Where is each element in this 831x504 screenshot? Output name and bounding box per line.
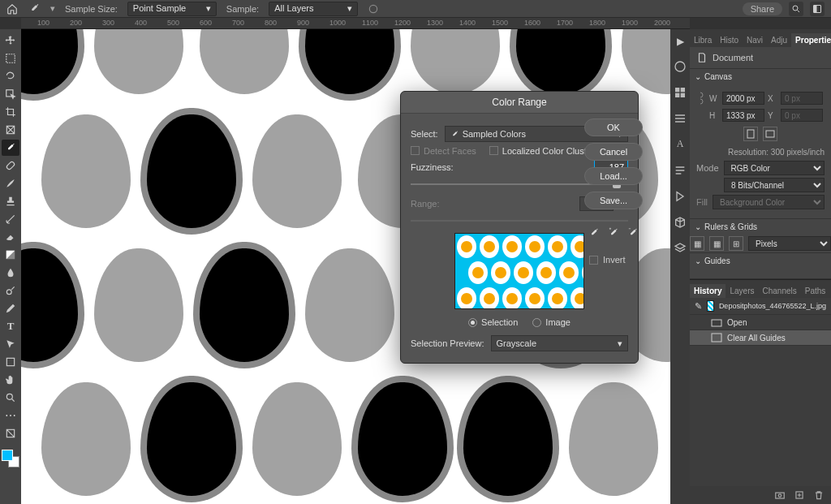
search-icon[interactable] (789, 2, 803, 16)
more-tools[interactable]: ⋯ (2, 407, 19, 424)
shape-tool[interactable] (2, 354, 19, 370)
dodge-tool[interactable] (2, 282, 19, 299)
svg-rect-7 (6, 161, 15, 170)
edit-toolbar[interactable] (2, 425, 19, 442)
healing-tool[interactable] (2, 157, 19, 174)
eyedropper-add-icon[interactable] (608, 227, 619, 239)
marquee-tool[interactable] (2, 50, 19, 67)
frame-tool[interactable] (2, 122, 19, 138)
lasso-tool[interactable] (2, 68, 19, 84)
orientation-portrait-icon[interactable] (743, 127, 758, 141)
link-icon[interactable] (696, 90, 706, 106)
tab-channels[interactable]: Channels (758, 284, 800, 298)
actions-panel-icon[interactable] (674, 190, 687, 203)
svg-point-11 (6, 394, 12, 399)
color-panel-icon[interactable] (674, 60, 687, 73)
tab-paths[interactable]: Paths (801, 284, 830, 298)
color-swatches[interactable] (2, 450, 19, 467)
eyedropper-tool[interactable] (2, 140, 19, 156)
depth-select[interactable]: 8 Bits/Channel (724, 178, 825, 192)
svg-point-1 (793, 6, 798, 11)
svg-point-13 (675, 62, 685, 71)
gradients-panel-icon[interactable] (674, 112, 687, 125)
pen-tool[interactable] (2, 300, 19, 317)
tab-histogram[interactable]: Histo (716, 33, 743, 47)
sample-size-dropdown[interactable]: Point Sample▾ (127, 2, 217, 16)
tab-properties[interactable]: Properties (791, 33, 831, 47)
path-select-tool[interactable] (2, 336, 19, 352)
history-snapshot[interactable]: ✎ Depositphotos_446765522_L.jpg (690, 298, 831, 315)
document-label: Document (713, 53, 753, 62)
tab-layers[interactable]: Layers (726, 284, 758, 298)
stamp-tool[interactable] (2, 193, 19, 209)
radio-image[interactable]: Image (532, 317, 571, 327)
brush-tool[interactable] (2, 175, 19, 192)
save-button[interactable]: Save... (584, 192, 643, 209)
history-step[interactable]: Clear All Guides (690, 330, 831, 346)
units-select[interactable]: Pixels (748, 236, 831, 251)
svg-rect-10 (6, 358, 14, 365)
paragraph-panel-icon[interactable] (674, 164, 687, 177)
eraser-tool[interactable] (2, 229, 19, 245)
sample-ring-icon[interactable] (368, 3, 379, 15)
new-snapshot-icon[interactable] (774, 489, 786, 501)
svg-rect-17 (681, 93, 685, 97)
home-icon[interactable] (6, 3, 18, 15)
play-icon[interactable]: ▶ (677, 36, 684, 47)
width-input[interactable] (722, 92, 764, 105)
history-brush-tool[interactable] (2, 211, 19, 227)
grid-icon[interactable]: ▦ (709, 236, 724, 251)
crop-tool[interactable] (2, 104, 19, 120)
new-state-icon[interactable] (794, 489, 805, 501)
ruler-icon[interactable]: ▦ (690, 236, 704, 251)
sample-dropdown[interactable]: All Layers▾ (269, 2, 358, 16)
workspace-icon[interactable] (810, 2, 825, 16)
invert-checkbox[interactable]: Invert (584, 255, 643, 265)
share-button[interactable]: Share (743, 2, 782, 15)
ok-button[interactable]: OK (584, 118, 643, 136)
svg-point-9 (6, 290, 11, 295)
eyedropper-subtract-icon[interactable] (627, 227, 639, 239)
object-select-tool[interactable] (2, 86, 19, 102)
open-step-icon (711, 317, 722, 327)
blur-tool[interactable] (2, 265, 19, 281)
tab-navigator[interactable]: Navi (743, 33, 767, 47)
tab-libraries[interactable]: Libra (690, 33, 716, 47)
chevron-down-icon[interactable]: ▾ (50, 3, 55, 14)
rulers-section-head[interactable]: ⌄Rulers & Grids (690, 219, 831, 235)
move-tool[interactable] (2, 32, 19, 49)
canvas-section-head[interactable]: ⌄Canvas (690, 69, 831, 84)
svg-rect-15 (681, 88, 685, 92)
svg-rect-16 (675, 93, 679, 97)
height-input[interactable] (722, 109, 764, 122)
load-button[interactable]: Load... (584, 167, 643, 185)
localized-checkbox[interactable]: Localized Color Clusters (489, 146, 599, 156)
x-input (781, 92, 823, 105)
layers-panel-icon[interactable] (674, 242, 687, 255)
sample-size-label: Sample Size: (65, 4, 118, 14)
character-panel-icon[interactable]: A (674, 138, 687, 151)
orientation-landscape-icon[interactable] (763, 127, 777, 141)
hand-tool[interactable] (2, 372, 19, 388)
cancel-button[interactable]: Cancel (584, 143, 643, 161)
preview-dropdown[interactable]: Grayscale▾ (491, 335, 629, 351)
zoom-tool[interactable] (2, 390, 19, 406)
type-tool[interactable]: T (2, 318, 19, 334)
collapsed-panels-strip: ▶ A (670, 29, 690, 504)
svg-point-0 (370, 5, 377, 12)
history-step[interactable]: Open (690, 315, 831, 330)
tab-history[interactable]: History (690, 284, 726, 298)
history-panel: History Layers Channels Paths ≡ ✎ Deposi… (690, 279, 831, 504)
tab-adjustments[interactable]: Adju (767, 33, 791, 47)
mode-select[interactable]: RGB Color (724, 161, 825, 175)
eyedropper-sample-icon[interactable] (588, 227, 600, 239)
3d-panel-icon[interactable] (674, 216, 687, 229)
swatches-panel-icon[interactable] (674, 86, 687, 99)
guides-section-head[interactable]: ⌄Guides (690, 253, 831, 269)
delete-icon[interactable] (813, 489, 825, 501)
svg-point-23 (778, 494, 781, 498)
guides-icon[interactable]: ⊞ (729, 236, 743, 251)
radio-selection[interactable]: Selection (468, 317, 518, 327)
gradient-tool[interactable] (2, 247, 19, 263)
fill-select: Background Color (713, 195, 825, 209)
